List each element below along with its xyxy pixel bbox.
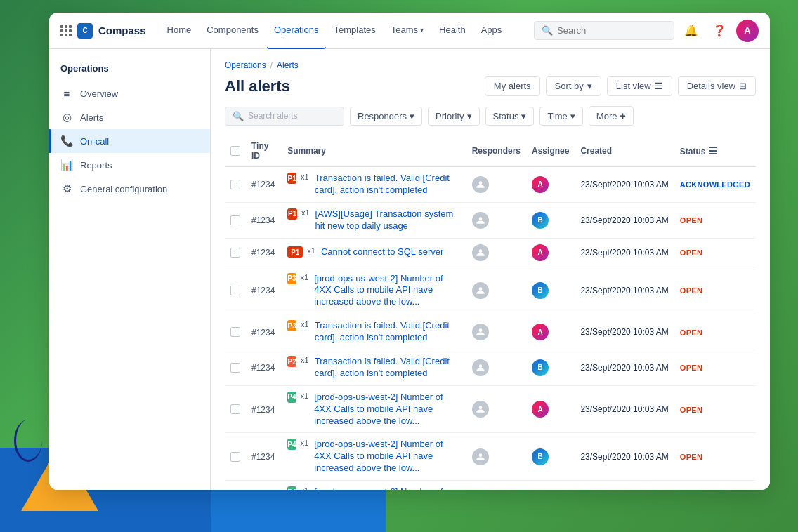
nav-operations[interactable]: Operations bbox=[267, 13, 326, 49]
summary-link[interactable]: [AWS][Usage] Transaction system hit new … bbox=[315, 208, 461, 232]
row-created-cell: 23/Sept/2020 10:03 AM bbox=[575, 350, 674, 386]
status-badge: OPEN bbox=[680, 248, 702, 257]
status-badge: OPEN bbox=[680, 286, 702, 295]
col-header-assignee: Assignee bbox=[526, 135, 575, 167]
row-assignee-cell: A bbox=[526, 481, 575, 490]
help-button[interactable]: ❓ bbox=[708, 20, 731, 42]
sidebar-item-label-alerts: Alerts bbox=[80, 112, 103, 123]
status-badge: ACKNOWLEDGED bbox=[680, 180, 750, 189]
nav-teams[interactable]: Teams ▾ bbox=[384, 13, 431, 49]
summary-link[interactable]: Transaction is failed. Valid [Credit car… bbox=[315, 356, 461, 380]
user-icon bbox=[476, 248, 485, 258]
priority-badge: P1 bbox=[287, 208, 297, 220]
more-filter-button[interactable]: More + bbox=[589, 106, 634, 126]
row-created-cell: 23/Sept/2020 10:03 AM bbox=[575, 385, 674, 433]
list-view-button[interactable]: List view ☰ bbox=[607, 76, 672, 96]
sidebar-item-alerts[interactable]: ◎ Alerts bbox=[49, 105, 210, 129]
config-icon: ⚙ bbox=[60, 182, 73, 195]
row-checkbox[interactable] bbox=[230, 327, 240, 337]
alerts-icon: ◎ bbox=[60, 111, 73, 124]
row-checkbox-cell bbox=[225, 167, 246, 203]
search-filter[interactable]: 🔍 Search alerts bbox=[225, 107, 344, 126]
row-status-cell: OPEN bbox=[674, 433, 756, 481]
nav-home[interactable]: Home bbox=[160, 13, 199, 49]
logo-text[interactable]: Compass bbox=[98, 25, 146, 36]
row-checkbox-cell bbox=[225, 238, 246, 267]
summary-link[interactable]: [prod-ops-us-west-2] Number of 4XX Calls… bbox=[314, 439, 461, 474]
svg-point-2 bbox=[478, 249, 482, 253]
summary-link[interactable]: [prod-ops-us-west-2] Number of 4XX Calls… bbox=[314, 273, 461, 309]
row-responders-cell bbox=[466, 350, 526, 386]
select-all-checkbox[interactable] bbox=[230, 146, 240, 156]
row-checkbox[interactable] bbox=[230, 452, 240, 462]
sidebar-item-overview[interactable]: ≡ Overview bbox=[49, 82, 210, 105]
multiplier: x1 bbox=[307, 246, 315, 255]
row-checkbox[interactable] bbox=[230, 404, 240, 414]
nav-components[interactable]: Components bbox=[200, 13, 266, 49]
row-checkbox[interactable] bbox=[230, 286, 240, 295]
search-input[interactable] bbox=[557, 25, 667, 36]
row-created-cell: 23/Sept/2020 10:03 AM bbox=[575, 314, 674, 350]
row-checkbox[interactable] bbox=[230, 363, 240, 373]
row-assignee-cell: A bbox=[526, 167, 575, 203]
row-checkbox[interactable] bbox=[230, 248, 240, 258]
row-summary-cell: P4 x1 [prod-ops-us-west-2] Number of 4XX… bbox=[282, 433, 466, 481]
multiplier: x1 bbox=[301, 320, 309, 328]
user-avatar[interactable]: A bbox=[736, 20, 759, 42]
teams-dropdown-arrow: ▾ bbox=[420, 26, 424, 34]
content-area: Operations ≡ Overview ◎ Alerts 📞 On-call… bbox=[49, 49, 770, 490]
nav-health[interactable]: Health bbox=[432, 13, 473, 49]
sidebar-item-label-overview: Overview bbox=[80, 88, 118, 99]
sort-by-button[interactable]: Sort by ▾ bbox=[546, 76, 601, 96]
details-view-button[interactable]: Details view ⊞ bbox=[678, 76, 756, 96]
summary-link[interactable]: [prod-ops-us-west-2] Number of 4XX Calls… bbox=[314, 486, 461, 490]
priority-filter-button[interactable]: Priority ▾ bbox=[428, 107, 479, 126]
multiplier: x1 bbox=[301, 273, 309, 281]
summary-link[interactable]: Transaction is failed. Valid [Credit car… bbox=[315, 320, 461, 344]
status-filter-button[interactable]: Status ▾ bbox=[485, 107, 535, 126]
row-status-cell: OPEN bbox=[674, 350, 756, 386]
reports-icon: 📊 bbox=[60, 159, 73, 171]
summary-link[interactable]: [prod-ops-us-west-2] Number of 4XX Calls… bbox=[314, 392, 461, 427]
sidebar-section-title: Operations bbox=[49, 60, 210, 82]
nav-templates[interactable]: Templates bbox=[327, 13, 383, 49]
row-assignee-cell: A bbox=[526, 314, 575, 350]
responders-filter-button[interactable]: Responders ▾ bbox=[350, 107, 422, 126]
notification-button[interactable]: 🔔 bbox=[680, 20, 702, 42]
row-status-cell: OPEN bbox=[674, 385, 756, 433]
breadcrumb-alerts[interactable]: Alerts bbox=[277, 60, 299, 70]
breadcrumb-operations[interactable]: Operations bbox=[225, 60, 266, 70]
sidebar-item-reports[interactable]: 📊 Reports bbox=[49, 153, 210, 177]
col-header-created: Created bbox=[575, 135, 674, 167]
sidebar-item-general-config[interactable]: ⚙ General configuration bbox=[49, 177, 210, 201]
summary-link[interactable]: Transaction is failed. Valid [Credit car… bbox=[315, 173, 461, 197]
logo-area: C Compass bbox=[60, 23, 146, 39]
responder-avatar bbox=[472, 176, 489, 193]
row-status-cell: OPEN bbox=[674, 202, 756, 238]
assignee-avatar-img: A bbox=[532, 244, 549, 261]
priority-badge: P3 bbox=[287, 273, 296, 284]
row-summary-cell: P1 x1 Cannot connect to SQL server bbox=[282, 238, 466, 267]
grid-icon[interactable] bbox=[60, 25, 72, 36]
nav-apps[interactable]: Apps bbox=[474, 13, 509, 49]
more-icon: + bbox=[620, 110, 625, 121]
sidebar-item-label-reports: Reports bbox=[80, 160, 112, 171]
row-responders-cell bbox=[466, 314, 526, 350]
assignee-avatar-img: B bbox=[532, 359, 549, 376]
row-checkbox[interactable] bbox=[230, 180, 240, 189]
time-filter-button[interactable]: Time ▾ bbox=[539, 107, 582, 126]
priority-dropdown-arrow: ▾ bbox=[467, 111, 472, 121]
summary-link[interactable]: Cannot connect to SQL server bbox=[321, 246, 443, 258]
row-checkbox-cell bbox=[225, 314, 246, 350]
search-icon: 🔍 bbox=[542, 25, 553, 36]
status-badge: OPEN bbox=[680, 406, 702, 414]
row-summary-cell: P3 x1 [prod-ops-us-west-2] Number of 4XX… bbox=[282, 267, 466, 314]
oncall-icon: 📞 bbox=[60, 135, 73, 147]
my-alerts-button[interactable]: My alerts bbox=[485, 76, 540, 96]
sidebar-item-oncall[interactable]: 📞 On-call bbox=[49, 129, 210, 153]
row-checkbox[interactable] bbox=[230, 215, 240, 225]
col-header-responders: Responders bbox=[466, 135, 526, 167]
status-col-menu-icon[interactable]: ☰ bbox=[708, 145, 717, 157]
compass-logo-icon: C bbox=[77, 23, 93, 39]
search-box[interactable]: 🔍 bbox=[534, 21, 674, 40]
